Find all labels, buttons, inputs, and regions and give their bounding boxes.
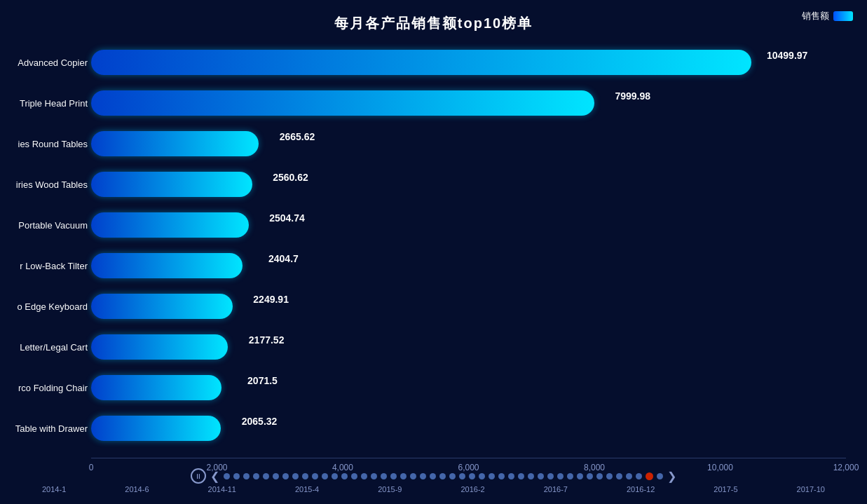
timeline-period-label: 2015-4 <box>295 485 319 493</box>
bar-fill: 2249.91 <box>91 294 233 319</box>
timeline-dot[interactable] <box>518 473 524 479</box>
bar-fill: 2665.62 <box>91 131 259 156</box>
timeline-period-label: 2016-7 <box>544 485 568 493</box>
timeline-period-label: 2017-10 <box>797 485 825 493</box>
timeline-dot[interactable] <box>439 473 446 479</box>
timeline-dot[interactable] <box>657 473 663 479</box>
timeline-dots <box>224 472 663 480</box>
bar-row: r Low-Back Tilter2404.7 <box>91 247 846 284</box>
timeline-labels: 2014-12014-62014-112015-42015-92016-2201… <box>0 484 867 493</box>
timeline-dot[interactable] <box>616 473 622 479</box>
timeline-period-label: 2015-9 <box>378 485 402 493</box>
bar-label: Advanced Copier <box>0 57 88 68</box>
bar-fill: 2560.62 <box>91 172 252 197</box>
timeline-dot[interactable] <box>410 473 416 479</box>
legend: 销售额 <box>802 10 853 22</box>
timeline-dot[interactable] <box>400 473 407 479</box>
bar-label: Triple Head Print <box>0 98 88 109</box>
timeline-dot[interactable] <box>430 473 436 479</box>
timeline-dot[interactable] <box>469 473 475 479</box>
timeline-area: ⏸ ❮ ❯ 2014-12014-62014-112015-42015-9201… <box>0 465 867 504</box>
timeline-dot[interactable] <box>292 473 299 479</box>
bar-track: 2065.32 <box>91 416 846 441</box>
bar-track: 2560.62 <box>91 172 846 197</box>
timeline-controls: ⏸ ❮ ❯ <box>0 468 867 484</box>
timeline-dot[interactable] <box>636 473 642 479</box>
bar-row: ies Round Tables2665.62 <box>91 125 846 162</box>
timeline-dot[interactable] <box>263 473 269 479</box>
timeline-dot[interactable] <box>420 473 426 479</box>
bar-label: Table with Drawer <box>0 423 88 434</box>
timeline-dot[interactable] <box>626 473 632 479</box>
bar-fill: 2071.5 <box>91 375 221 400</box>
chart-title: 每月各产品销售额top10榜单 <box>0 7 867 37</box>
timeline-dot[interactable] <box>646 472 653 480</box>
timeline-dot[interactable] <box>273 473 279 479</box>
timeline-dot[interactable] <box>596 473 603 479</box>
prev-button[interactable]: ❮ <box>210 470 219 483</box>
bar-fill: 2065.32 <box>91 416 221 441</box>
timeline-dot[interactable] <box>351 473 357 479</box>
timeline-dot[interactable] <box>332 473 338 479</box>
timeline-dot[interactable] <box>233 473 240 479</box>
bar-label: r Low-Back Tilter <box>0 261 88 271</box>
bar-track: 2665.62 <box>91 131 846 156</box>
timeline-dot[interactable] <box>371 473 377 479</box>
timeline-dot[interactable] <box>282 473 289 479</box>
timeline-dot[interactable] <box>479 473 485 479</box>
bar-value-label: 2071.5 <box>247 375 278 386</box>
timeline-dot[interactable] <box>449 473 456 479</box>
timeline-dot[interactable] <box>361 473 367 479</box>
bar-row: Letter/Legal Cart2177.52 <box>91 329 846 365</box>
timeline-dot[interactable] <box>390 473 397 479</box>
bar-fill: 7999.98 <box>91 90 594 116</box>
timeline-dot[interactable] <box>381 473 387 479</box>
timeline-period-label: 2017-5 <box>714 485 737 493</box>
bar-row: Advanced Copier10499.97 <box>91 44 846 81</box>
timeline-dot[interactable] <box>302 473 308 479</box>
legend-color-swatch <box>833 11 853 21</box>
timeline-period-label: 2016-12 <box>627 485 655 493</box>
timeline-dot[interactable] <box>243 473 250 479</box>
bar-value-label: 2177.52 <box>249 334 285 346</box>
timeline-dot[interactable] <box>547 473 554 479</box>
timeline-period-label: 2014-11 <box>208 485 236 493</box>
bar-fill: 2177.52 <box>91 334 228 360</box>
timeline-dot[interactable] <box>489 473 495 479</box>
bar-track: 2404.7 <box>91 253 846 278</box>
timeline-period-label: 2014-6 <box>125 485 149 493</box>
timeline-dot[interactable] <box>567 473 573 479</box>
timeline-dot[interactable] <box>587 473 593 479</box>
timeline-dot[interactable] <box>224 473 230 479</box>
play-pause-button[interactable]: ⏸ <box>191 468 206 484</box>
bar-row: iries Wood Tables2560.62 <box>91 166 846 203</box>
bar-value-label: 2249.91 <box>253 294 289 305</box>
timeline-dot[interactable] <box>538 473 544 479</box>
next-button[interactable]: ❯ <box>667 470 676 483</box>
timeline-dot[interactable] <box>557 473 564 479</box>
bar-value-label: 2665.62 <box>280 131 315 142</box>
bar-row: Table with Drawer2065.32 <box>91 410 846 447</box>
timeline-dot[interactable] <box>322 473 328 479</box>
timeline-dot[interactable] <box>253 473 259 479</box>
timeline-dot[interactable] <box>577 473 583 479</box>
bar-value-label: 2065.32 <box>242 416 278 427</box>
timeline-dot[interactable] <box>459 473 465 479</box>
timeline-dot[interactable] <box>341 473 348 479</box>
bar-label: Letter/Legal Cart <box>0 342 88 353</box>
timeline-dot[interactable] <box>508 473 514 479</box>
bars-area: Advanced Copier10499.97Triple Head Print… <box>91 44 846 458</box>
bar-track: 2071.5 <box>91 375 846 400</box>
bar-row: Portable Vacuum2504.74 <box>91 207 846 243</box>
timeline-dot[interactable] <box>312 473 318 479</box>
bar-value-label: 2560.62 <box>273 172 308 183</box>
timeline-period-label: 2016-2 <box>460 485 484 493</box>
timeline-dot[interactable] <box>498 473 505 479</box>
timeline-period-label: 2014-1 <box>42 485 66 493</box>
bar-track: 2504.74 <box>91 212 846 238</box>
bar-value-label: 7999.98 <box>615 90 650 102</box>
timeline-dot[interactable] <box>528 473 534 479</box>
bar-label: Portable Vacuum <box>0 220 88 231</box>
timeline-dot[interactable] <box>606 473 613 479</box>
play-pause-icon: ⏸ <box>195 472 202 480</box>
